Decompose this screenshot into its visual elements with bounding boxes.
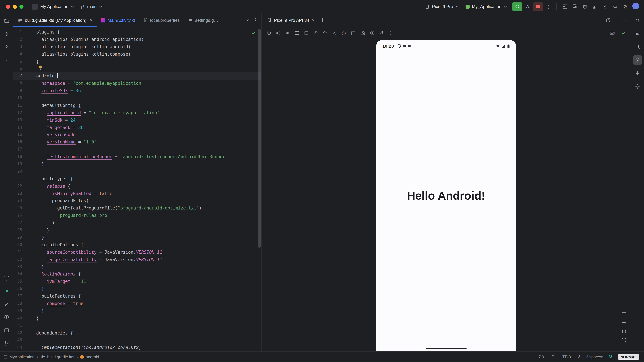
indent-style[interactable]: 2 spaces*: [586, 355, 604, 359]
debug-button[interactable]: [523, 2, 532, 11]
editor-tab[interactable]: settings.g…: [184, 13, 222, 27]
tab-options-icon[interactable]: ⋮: [253, 18, 258, 22]
gemini-icon[interactable]: [633, 68, 642, 78]
editor-tab[interactable]: MainActivity.kt: [97, 13, 139, 27]
editor-tab[interactable]: build.gradle.kts (My Application): [14, 13, 97, 27]
fold-icon[interactable]: [302, 28, 310, 37]
running-devices-icon[interactable]: [633, 55, 642, 65]
device-screen[interactable]: 10:20 Hello Android!: [376, 40, 516, 351]
code-line[interactable]: 34 kotlinOptions {: [14, 271, 261, 278]
code-line[interactable]: 14 targetSdk = 36: [14, 124, 261, 131]
breadcrumb-item[interactable]: MyApplication: [3, 355, 34, 359]
code-line[interactable]: 19 }: [14, 161, 261, 168]
breadcrumb-item[interactable]: build.gradle.kts: [40, 354, 74, 359]
back-icon[interactable]: ◁: [330, 28, 339, 37]
code-line[interactable]: 44 implementation(libs.androidx.core.ktx…: [14, 344, 261, 351]
rotate-left-icon[interactable]: ↶: [311, 28, 320, 37]
settings-icon[interactable]: ⚙: [620, 2, 630, 11]
code-line[interactable]: 17: [14, 146, 261, 153]
record-icon[interactable]: [368, 28, 376, 37]
inspections-status-icon[interactable]: [251, 30, 256, 35]
code-line[interactable]: 27 ): [14, 219, 261, 227]
code-line[interactable]: 23 isMinifyEnabled = false: [14, 190, 261, 197]
code-editor[interactable]: 1plugins {2 alias(libs.plugins.android.a…: [14, 27, 261, 351]
code-line[interactable]: 21 buildTypes {: [14, 175, 261, 183]
hide-panel-icon[interactable]: ─: [624, 18, 626, 22]
project-widget[interactable]: My Application: [29, 2, 77, 11]
code-line[interactable]: 15 versionCode = 1: [14, 131, 261, 139]
file-encoding[interactable]: UTF-8: [560, 355, 571, 359]
code-line[interactable]: 38 compose = true: [14, 300, 261, 307]
device-selector[interactable]: Pixel 9 Pro: [422, 3, 462, 10]
overflow-menu-icon[interactable]: ⋮: [386, 28, 395, 37]
add-device-tab-button[interactable]: +: [320, 17, 325, 23]
code-line[interactable]: 25 getDefaultProguardFile("proguard-andr…: [14, 205, 261, 212]
version-control-icon[interactable]: [2, 339, 11, 348]
editor-tab[interactable]: local.properties: [139, 13, 184, 27]
code-line[interactable]: 42dependencies {: [14, 329, 261, 337]
assistant-icon[interactable]: [633, 81, 642, 91]
code-line[interactable]: 31 sourceCompatibility = JavaVersion.VER…: [14, 249, 261, 256]
status-check-icon[interactable]: [619, 28, 628, 37]
search-icon[interactable]: [610, 2, 620, 11]
volume-down-icon[interactable]: [283, 28, 292, 37]
rotate-right-icon[interactable]: ↷: [321, 28, 330, 37]
logcat-icon[interactable]: [580, 2, 590, 11]
zoom-window-button[interactable]: [20, 4, 24, 8]
app-inspection-icon[interactable]: [570, 2, 580, 11]
code-line[interactable]: 40}: [14, 315, 261, 322]
restore-icon[interactable]: ↺: [377, 28, 386, 37]
device-manager-icon[interactable]: [633, 42, 642, 52]
power-icon[interactable]: [264, 28, 273, 37]
stop-button[interactable]: [533, 2, 543, 11]
layout-inspector-icon[interactable]: [560, 2, 570, 11]
vim-mode-badge[interactable]: NORMAL: [618, 354, 639, 360]
profiler-icon[interactable]: [590, 2, 600, 11]
code-line[interactable]: 30 compileOptions {: [14, 241, 261, 249]
code-line[interactable]: 4 alias(libs.plugins.kotlin.compose): [14, 50, 261, 58]
hardware-input-icon[interactable]: [608, 28, 616, 37]
code-line[interactable]: 20: [14, 168, 261, 175]
logcat-icon[interactable]: [2, 273, 11, 283]
code-line[interactable]: 22 release {: [14, 183, 261, 190]
code-line[interactable]: 28 }: [14, 227, 261, 234]
gradle-icon[interactable]: [633, 29, 642, 38]
code-line[interactable]: 10: [14, 94, 261, 102]
code-line[interactable]: 43: [14, 337, 261, 344]
code-line[interactable]: 7android {: [14, 72, 261, 80]
screenshot-icon[interactable]: [358, 28, 367, 37]
gesture-bar[interactable]: [426, 348, 466, 349]
code-line[interactable]: 9 compileSdk = 36: [14, 87, 261, 94]
code-line[interactable]: 6: [14, 65, 261, 72]
sdk-manager-icon[interactable]: [600, 2, 610, 11]
run-button[interactable]: [512, 2, 522, 11]
run-configuration-selector[interactable]: My_Application: [462, 3, 510, 10]
problems-icon[interactable]: [2, 312, 11, 322]
pull-requests-icon[interactable]: [2, 42, 11, 52]
code-line[interactable]: 18 testInstrumentationRunner = "androidx…: [14, 153, 261, 161]
home-icon[interactable]: ○: [340, 28, 348, 37]
code-line[interactable]: 12 applicationId = "com.example.myapplic…: [14, 109, 261, 117]
code-line[interactable]: 35 jvmTarget = "11": [14, 278, 261, 285]
volume-up-icon[interactable]: [274, 28, 282, 37]
line-separator[interactable]: LF: [550, 355, 554, 359]
code-line[interactable]: 5}: [14, 58, 261, 65]
close-tab-icon[interactable]: [90, 18, 93, 22]
code-line[interactable]: 16 versionName = "1.0": [14, 139, 261, 146]
panel-options-icon[interactable]: ⋮: [615, 18, 619, 22]
intention-bulb-icon[interactable]: [38, 65, 42, 70]
close-window-button[interactable]: [6, 4, 10, 8]
code-line[interactable]: 24 proguardFiles(: [14, 197, 261, 205]
breadcrumb-item[interactable]: android: [80, 355, 99, 359]
close-device-tab-icon[interactable]: [312, 18, 315, 22]
app-quality-insights-icon[interactable]: [2, 286, 11, 296]
profile-button[interactable]: [630, 2, 641, 11]
zoom-out-button[interactable]: −: [622, 320, 626, 325]
code-line[interactable]: 41: [14, 322, 261, 329]
editor-scrollbar[interactable]: [258, 29, 260, 248]
minimize-window-button[interactable]: [13, 4, 17, 8]
terminal-icon[interactable]: [2, 326, 11, 335]
more-tool-windows-icon[interactable]: ⋯: [2, 55, 11, 65]
code-line[interactable]: 3 alias(libs.plugins.kotlin.android): [14, 43, 261, 51]
overview-icon[interactable]: □: [349, 28, 358, 37]
